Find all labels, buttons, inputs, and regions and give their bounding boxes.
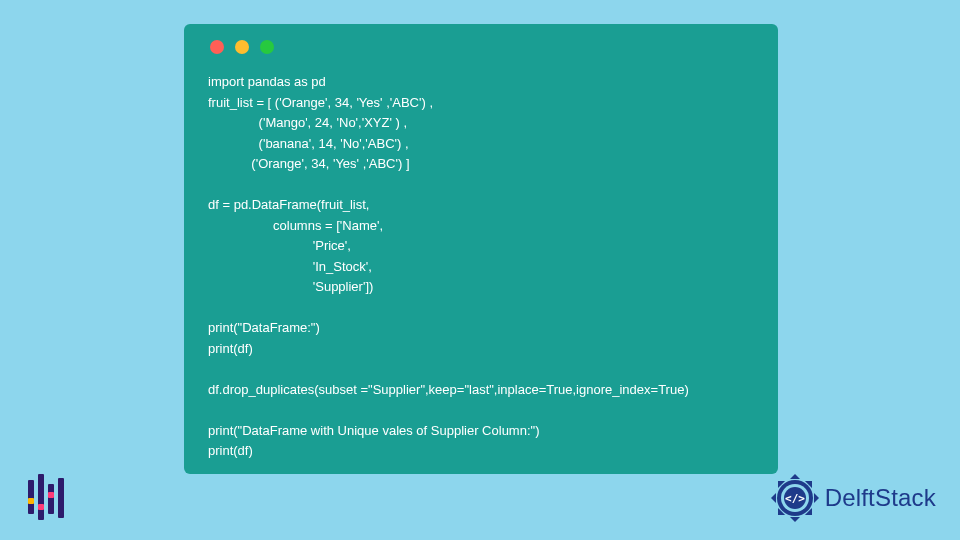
- window-traffic-lights: [210, 40, 754, 54]
- close-icon: [210, 40, 224, 54]
- code-window: import pandas as pd fruit_list = [ ('Ora…: [184, 24, 778, 474]
- svg-marker-2: [814, 493, 819, 503]
- minimize-icon: [235, 40, 249, 54]
- maximize-icon: [260, 40, 274, 54]
- svg-marker-6: [771, 493, 776, 503]
- brand-name: DelftStack: [825, 484, 936, 512]
- svg-marker-4: [790, 517, 800, 522]
- svg-text:</>: </>: [785, 492, 805, 505]
- delftstack-gear-icon: </>: [769, 472, 821, 524]
- left-logo-icon: [28, 474, 66, 522]
- svg-marker-0: [790, 474, 800, 479]
- delftstack-logo: </> DelftStack: [769, 472, 936, 524]
- code-block: import pandas as pd fruit_list = [ ('Ora…: [208, 72, 754, 462]
